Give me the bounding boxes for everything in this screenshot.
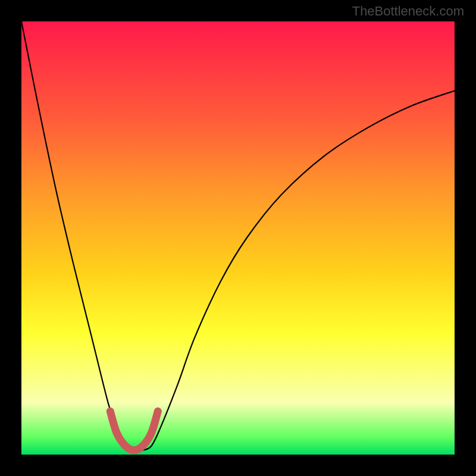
highlight-band xyxy=(110,411,158,450)
bottleneck-curve xyxy=(21,21,455,451)
chart-plot-area xyxy=(21,21,455,455)
chart-svg xyxy=(21,21,455,455)
watermark-text: TheBottleneck.com xyxy=(352,4,464,19)
